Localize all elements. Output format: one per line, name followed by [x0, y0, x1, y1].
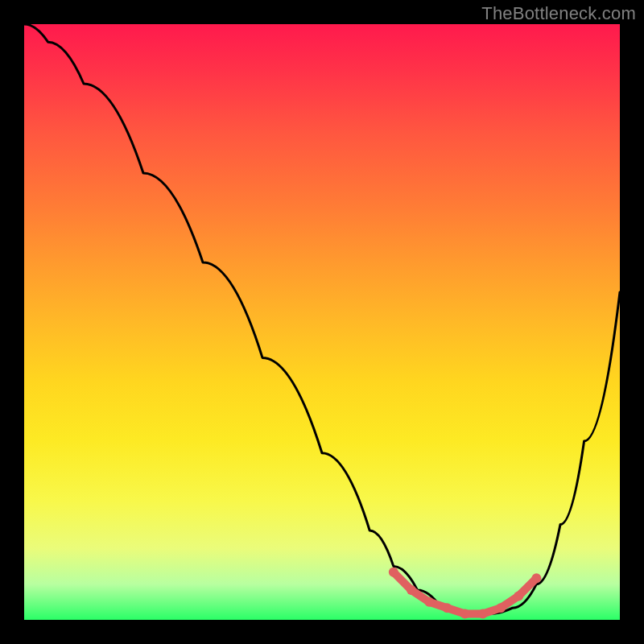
chart-frame: TheBottleneck.com	[0, 0, 644, 644]
bottleneck-markers	[389, 568, 542, 619]
marker-dot	[460, 609, 470, 619]
marker-dot	[478, 609, 488, 619]
marker-dot	[389, 568, 398, 577]
marker-dot	[531, 573, 541, 583]
marker-dot	[424, 597, 434, 607]
chart-svg	[24, 24, 620, 620]
marker-dot	[442, 603, 452, 613]
marker-dot	[407, 585, 416, 595]
marker-dot	[514, 591, 523, 601]
marker-dot	[496, 603, 506, 613]
plot-area	[24, 24, 620, 620]
watermark-text: TheBottleneck.com	[481, 3, 636, 24]
curve-line	[24, 24, 620, 614]
